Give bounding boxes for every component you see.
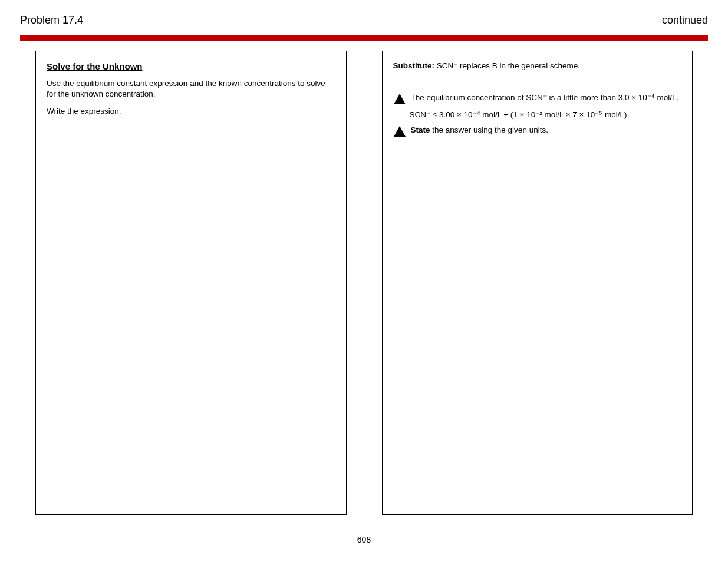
left-p1: Use the equilibrium constant expression … xyxy=(47,78,335,100)
header-right: continued xyxy=(662,14,708,27)
right-b2-rest: 3.00 × 10⁻⁴ mol/L ÷ (1 × 10⁻² mol/L × 7 … xyxy=(439,110,627,119)
right-b1-rest: equilibrium concentration of SCN⁻ is a l… xyxy=(427,93,679,102)
right-b3-prefix: State xyxy=(411,125,430,134)
right-p1-label: Substitute: xyxy=(393,61,437,70)
page-number: 608 xyxy=(0,535,728,544)
red-rule xyxy=(20,35,708,41)
svg-marker-1 xyxy=(394,126,406,137)
right-b2-prefix: SCN⁻ ≤ xyxy=(410,110,439,119)
left-column: Solve for the Unknown Use the equilibriu… xyxy=(35,51,347,515)
header-left: Problem 17.4 xyxy=(20,14,83,27)
right-p1: Substitute: SCN⁻ replaces B in the gener… xyxy=(393,61,682,71)
right-b1-prefix: The xyxy=(411,93,427,102)
right-bullet-3: State the answer using the given units. xyxy=(393,125,682,137)
right-bullet-1: The equilibrium concentration of SCN⁻ is… xyxy=(393,92,682,105)
left-p2-label: Write the expression. xyxy=(47,107,121,115)
header-row: Problem 17.4 continued xyxy=(20,14,708,27)
right-column: Substitute: SCN⁻ replaces B in the gener… xyxy=(382,51,693,515)
svg-marker-0 xyxy=(394,94,406,104)
triangle-up-icon xyxy=(393,125,406,137)
right-b2-text: SCN⁻ ≤ 3.00 × 10⁻⁴ mol/L ÷ (1 × 10⁻² mol… xyxy=(410,110,682,120)
right-b1-text: The equilibrium concentration of SCN⁻ is… xyxy=(411,92,682,103)
page: Problem 17.4 continued Solve for the Unk… xyxy=(0,0,728,562)
left-p2: Write the expression. xyxy=(47,106,335,117)
right-p1-rest: SCN⁻ replaces B in the general scheme. xyxy=(437,61,580,70)
right-b3-text: State the answer using the given units. xyxy=(411,125,682,135)
columns: Solve for the Unknown Use the equilibriu… xyxy=(35,51,693,515)
right-bullet-2: SCN⁻ ≤ 3.00 × 10⁻⁴ mol/L ÷ (1 × 10⁻² mol… xyxy=(410,110,682,120)
right-b3-rest: the answer using the given units. xyxy=(432,125,548,134)
triangle-up-icon xyxy=(393,93,406,105)
left-heading: Solve for the Unknown xyxy=(47,61,335,72)
